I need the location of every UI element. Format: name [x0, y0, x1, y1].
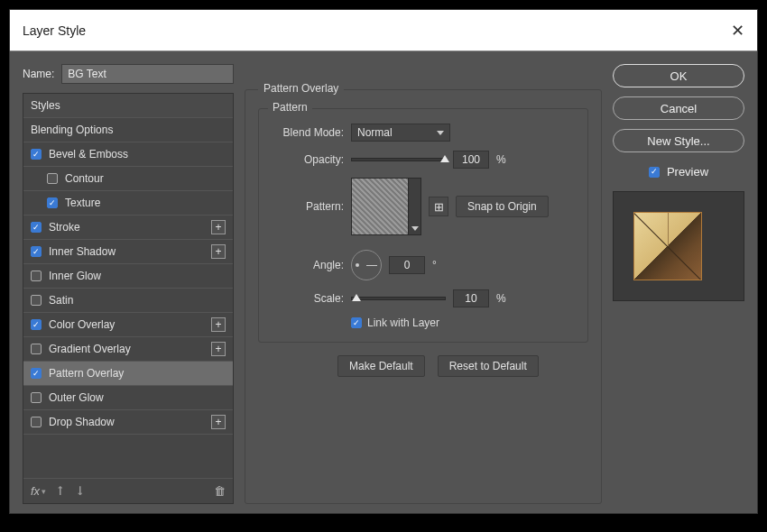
close-icon[interactable]: ✕ [731, 21, 744, 41]
left-column: Name: Styles Blending OptionsBevel & Emb… [23, 64, 234, 504]
add-effect-icon[interactable]: + [211, 220, 226, 234]
opacity-slider[interactable] [351, 158, 446, 161]
style-row-stroke[interactable]: Stroke+ [23, 216, 233, 240]
style-checkbox[interactable] [31, 222, 42, 233]
angle-label: Angle: [272, 259, 344, 271]
style-row-inner-shadow[interactable]: Inner Shadow+ [23, 240, 233, 264]
reset-default-button[interactable]: Reset to Default [438, 355, 539, 377]
add-effect-icon[interactable]: + [211, 244, 226, 259]
new-preset-button[interactable]: ⊞ [429, 197, 448, 216]
style-row-texture[interactable]: Texture [23, 191, 233, 216]
link-label: Link with Layer [367, 316, 439, 329]
opacity-label: Opacity: [272, 153, 344, 166]
scale-label: Scale: [272, 292, 344, 305]
scale-unit: % [496, 292, 506, 305]
blend-mode-select[interactable]: Normal [351, 124, 450, 142]
style-checkbox[interactable] [47, 197, 58, 208]
style-row-satin[interactable]: Satin [23, 289, 233, 313]
styles-header-row[interactable]: Styles [23, 94, 233, 118]
blend-mode-value: Normal [357, 126, 393, 139]
ok-button[interactable]: OK [613, 64, 744, 87]
style-row-color-overlay[interactable]: Color Overlay+ [23, 313, 233, 337]
style-checkbox[interactable] [31, 149, 42, 160]
preview-row: Preview [613, 165, 744, 179]
style-row-bevel-emboss[interactable]: Bevel & Emboss [23, 142, 233, 167]
add-effect-icon[interactable]: + [211, 342, 226, 356]
style-row-blending-options[interactable]: Blending Options [23, 118, 233, 142]
link-checkbox[interactable] [351, 317, 362, 328]
pattern-picker-icon[interactable] [409, 178, 421, 235]
style-checkbox[interactable] [31, 344, 42, 354]
style-label: Blending Options [31, 124, 113, 136]
blend-mode-label: Blend Mode: [272, 126, 344, 139]
style-row-inner-glow[interactable]: Inner Glow [23, 264, 233, 289]
style-checkbox[interactable] [31, 319, 42, 330]
pattern-fieldset: Pattern Blend Mode: Normal Opacity: % Pa… [258, 108, 588, 343]
style-label: Pattern Overlay [49, 367, 124, 380]
titlebar: Layer Style ✕ [10, 10, 757, 51]
cancel-button[interactable]: Cancel [613, 96, 744, 120]
style-checkbox[interactable] [31, 392, 42, 403]
new-style-button[interactable]: New Style... [613, 129, 744, 152]
style-row-pattern-overlay[interactable]: Pattern Overlay [23, 362, 233, 386]
styles-list: Styles Blending OptionsBevel & EmbossCon… [23, 93, 234, 504]
angle-unit: ° [432, 259, 437, 271]
opacity-row: Opacity: % [272, 151, 575, 169]
pattern-label: Pattern: [272, 200, 344, 213]
style-row-outer-glow[interactable]: Outer Glow [23, 386, 233, 410]
fx-icon[interactable]: fx [31, 484, 40, 498]
style-row-contour[interactable]: Contour [23, 167, 233, 191]
style-row-gradient-overlay[interactable]: Gradient Overlay+ [23, 337, 233, 362]
add-effect-icon[interactable]: + [211, 415, 226, 429]
preview-checkbox[interactable] [649, 167, 660, 178]
pattern-swatch[interactable] [351, 178, 409, 235]
angle-dial[interactable] [351, 250, 382, 280]
style-checkbox[interactable] [31, 295, 42, 306]
blend-mode-row: Blend Mode: Normal [272, 124, 575, 142]
angle-input[interactable] [389, 256, 425, 274]
style-checkbox[interactable] [31, 271, 42, 281]
style-checkbox[interactable] [31, 368, 42, 379]
make-default-button[interactable]: Make Default [337, 355, 425, 377]
preview-box [613, 191, 744, 301]
scale-input[interactable] [453, 289, 489, 307]
right-column: OK Cancel New Style... Preview [613, 64, 744, 504]
preview-thumbnail [633, 212, 702, 280]
style-label: Stroke [49, 221, 80, 234]
snap-to-origin-button[interactable]: Snap to Origin [456, 196, 549, 217]
opacity-unit: % [496, 153, 506, 166]
plus-icon: ⊞ [434, 200, 444, 214]
dialog-title: Layer Style [23, 23, 86, 38]
link-row: Link with Layer [351, 316, 575, 329]
style-checkbox[interactable] [31, 246, 42, 257]
style-label: Gradient Overlay [49, 343, 131, 355]
fx-menu-icon[interactable]: ▾ [42, 487, 46, 496]
scale-row: Scale: % [272, 289, 575, 307]
dialog-content: Name: Styles Blending OptionsBevel & Emb… [10, 51, 757, 513]
angle-row: Angle: ° [272, 250, 575, 280]
name-input[interactable] [61, 64, 234, 84]
name-row: Name: [23, 64, 234, 84]
default-buttons-row: Make Default Reset to Default [337, 355, 588, 377]
move-down-icon[interactable]: 🠗 [75, 485, 86, 498]
opacity-input[interactable] [453, 151, 489, 169]
styles-header-label: Styles [31, 99, 60, 112]
style-label: Satin [49, 294, 73, 307]
move-up-icon[interactable]: 🠕 [55, 485, 66, 498]
style-label: Texture [65, 197, 100, 209]
style-label: Bevel & Emboss [49, 148, 128, 161]
style-row-drop-shadow[interactable]: Drop Shadow+ [23, 410, 233, 435]
style-checkbox[interactable] [47, 173, 58, 184]
pattern-row: Pattern: ⊞ Snap to Origin [272, 178, 575, 235]
style-label: Drop Shadow [49, 416, 115, 428]
trash-icon[interactable]: 🗑 [214, 484, 226, 498]
style-label: Contour [65, 172, 104, 185]
style-checkbox[interactable] [31, 417, 42, 427]
add-effect-icon[interactable]: + [211, 317, 226, 332]
style-label: Outer Glow [49, 391, 104, 404]
style-label: Inner Glow [49, 270, 101, 282]
scale-slider[interactable] [351, 297, 446, 300]
style-label: Color Overlay [49, 318, 115, 331]
preview-label: Preview [667, 165, 708, 179]
name-label: Name: [23, 68, 54, 80]
